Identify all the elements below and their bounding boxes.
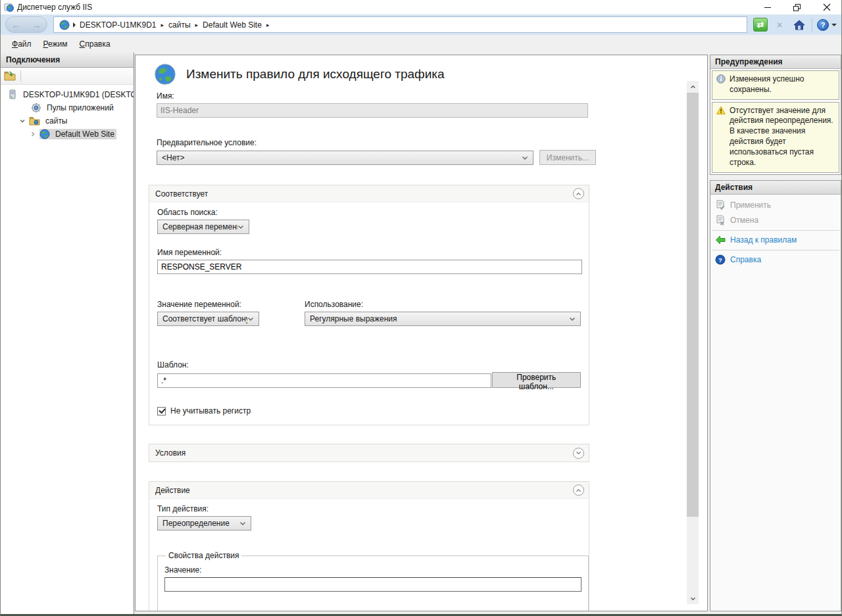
tree-label-app-pools[interactable]: Пулы приложений <box>45 103 116 113</box>
alert-info: Изменения успешно сохранены. <box>712 70 839 100</box>
close-icon <box>823 3 831 11</box>
chevron-down-icon <box>576 451 582 455</box>
breadcrumb: DESKTOP-U1MK9D1 ▸ сайты ▸ Default Web Si… <box>53 16 747 33</box>
actions-separator <box>712 230 839 231</box>
help-button[interactable]: ? <box>817 19 837 31</box>
alerts-header: Предупреждения <box>710 55 841 69</box>
scroll-up-button[interactable] <box>687 81 699 92</box>
connections-tree: DESKTOP-U1MK9D1 (DESKTOP Пулы приложений <box>1 85 134 141</box>
breadcrumb-server[interactable]: DESKTOP-U1MK9D1 <box>80 20 156 30</box>
vertical-scrollbar[interactable] <box>687 81 699 604</box>
apply-icon <box>715 200 726 210</box>
stop-icon: × <box>777 20 782 30</box>
chevron-collapsed-icon[interactable] <box>30 131 36 137</box>
dropdown-arrow-icon <box>72 22 76 28</box>
precondition-select[interactable]: <Нет> <box>157 151 533 165</box>
alerts-pane: Предупреждения Изменения успешно сохране… <box>710 55 841 175</box>
window-title: Диспетчер служб IIS <box>17 3 92 12</box>
action-value-input[interactable] <box>164 577 582 592</box>
collapse-section-button[interactable] <box>573 485 584 496</box>
menu-view[interactable]: Режим <box>37 37 74 51</box>
page-globe-icon <box>154 63 176 85</box>
tree-item-sites[interactable]: сайты <box>1 114 134 128</box>
combo-chevron-icon <box>247 317 254 321</box>
scroll-up-icon <box>690 85 696 89</box>
match-section-header[interactable]: Соответствует <box>149 185 589 202</box>
name-label: Имя: <box>157 91 596 101</box>
using-value: Регулярные выражения <box>310 314 569 323</box>
action-section: Действие Тип действия: Переопределение С… <box>149 481 589 611</box>
selected-tree-node[interactable]: Default Web Site <box>39 129 116 139</box>
actions-pane: Действия Применить <box>710 180 841 611</box>
home-button[interactable] <box>791 18 807 32</box>
help-icon: ? <box>715 254 726 265</box>
action-help[interactable]: ? Справка <box>710 252 841 268</box>
restore-icon <box>793 4 801 11</box>
action-cancel-label[interactable]: Отмена <box>730 216 758 225</box>
test-pattern-button[interactable]: Проверить шаблон... <box>492 372 581 388</box>
breadcrumb-sites[interactable]: сайты <box>168 20 191 30</box>
menu-bar: Файл Режим Справка <box>1 35 841 53</box>
action-section-header[interactable]: Действие <box>149 482 589 499</box>
action-help-label[interactable]: Справка <box>730 255 761 264</box>
expand-section-button[interactable] <box>573 448 584 459</box>
ignore-case-checkbox[interactable] <box>157 407 166 415</box>
using-select[interactable]: Регулярные выражения <box>305 312 581 326</box>
variable-value-select[interactable]: Соответствует шаблону <box>157 312 259 326</box>
tree-item-app-pools[interactable]: Пулы приложений <box>1 101 134 114</box>
menu-file[interactable]: Файл <box>6 37 37 51</box>
menu-help[interactable]: Справка <box>74 37 116 51</box>
close-button[interactable] <box>812 0 841 14</box>
connections-pane: Подключения DES <box>1 53 134 614</box>
match-section: Соответствует Область поиска: Серверная … <box>149 185 589 425</box>
action-apply[interactable]: Применить <box>710 198 841 213</box>
page-title: Изменить правило для исходящего трафика <box>186 67 445 82</box>
variable-value-value: Соответствует шаблону <box>162 314 247 323</box>
variable-name-input[interactable] <box>157 260 582 274</box>
chevron-up-icon <box>576 488 582 492</box>
variable-value-label: Значение переменной: <box>157 300 305 309</box>
iis-manager-window: Диспетчер служб IIS ← → <box>0 0 842 616</box>
action-back-to-rules[interactable]: Назад к правилам <box>710 233 841 248</box>
tree-label-server[interactable]: DESKTOP-U1MK9D1 (DESKTOP <box>21 89 134 100</box>
chevron-expanded-icon[interactable] <box>19 118 26 124</box>
connections-toolbar <box>1 68 134 85</box>
edit-precondition-button[interactable]: Изменить... <box>539 150 596 165</box>
site-globe-button[interactable] <box>56 19 80 31</box>
pattern-label: Шаблон: <box>157 360 581 369</box>
back-button[interactable]: ← <box>12 20 21 30</box>
stop-button[interactable]: × <box>772 18 787 32</box>
scope-value: Серверная переменн <box>162 222 237 231</box>
collapse-section-button[interactable] <box>573 188 584 199</box>
scroll-down-button[interactable] <box>687 593 699 604</box>
conditions-section-header[interactable]: Условия <box>149 444 589 462</box>
action-properties-legend: Свойства действия <box>166 551 241 560</box>
connections-header: Подключения <box>1 53 134 68</box>
minimize-button[interactable] <box>753 0 782 14</box>
alert-warning: Отсутствует значение для действия переоп… <box>712 102 839 173</box>
tree-label-default-web-site[interactable]: Default Web Site <box>53 129 116 139</box>
action-back-label[interactable]: Назад к правилам <box>730 235 797 245</box>
refresh-button[interactable]: ⇄ <box>753 18 768 32</box>
toolbar-separator <box>20 70 21 82</box>
combo-chevron-icon <box>239 521 246 526</box>
actions-header: Действия <box>710 181 841 195</box>
tree-item-server[interactable]: DESKTOP-U1MK9D1 (DESKTOP <box>1 88 134 101</box>
action-type-select[interactable]: Переопределение <box>157 516 251 531</box>
action-cancel[interactable]: Отмена <box>710 213 841 228</box>
warning-icon <box>716 106 726 115</box>
sites-folder-icon <box>29 116 40 126</box>
scope-label: Область поиска: <box>157 208 581 217</box>
restore-button[interactable] <box>782 0 812 14</box>
tree-item-default-web-site[interactable]: Default Web Site <box>1 128 134 141</box>
action-section-title: Действие <box>155 486 190 495</box>
scope-select[interactable]: Серверная переменн <box>157 220 249 234</box>
scrollbar-thumb[interactable] <box>687 93 699 517</box>
breadcrumb-default-web-site[interactable]: Default Web Site <box>203 20 262 30</box>
forward-button[interactable]: → <box>32 20 41 30</box>
pattern-input[interactable] <box>157 373 491 388</box>
help-icon: ? <box>817 19 829 31</box>
tree-label-sites[interactable]: сайты <box>43 116 70 126</box>
save-connection-icon[interactable] <box>4 71 16 81</box>
action-apply-label[interactable]: Применить <box>730 201 771 210</box>
